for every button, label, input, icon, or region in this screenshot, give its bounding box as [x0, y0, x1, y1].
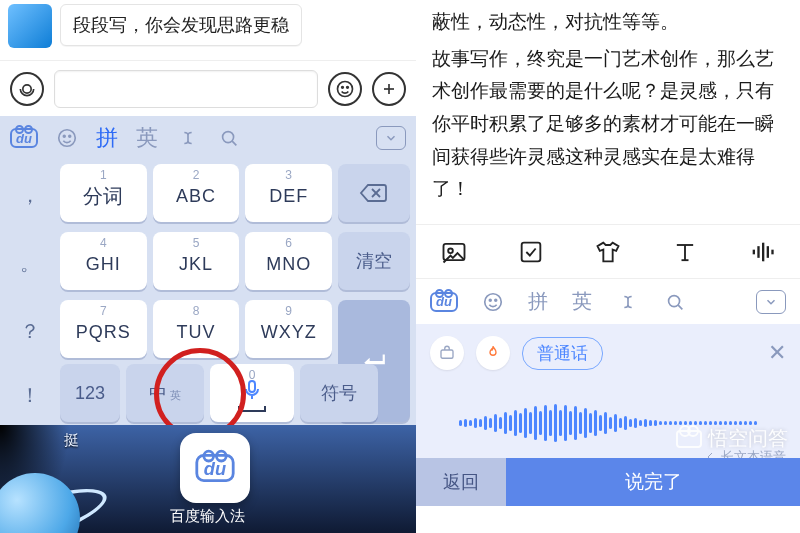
svg-point-6 [59, 130, 76, 147]
check-icon[interactable] [517, 238, 545, 266]
key-7[interactable]: 7PQRS [60, 300, 147, 358]
key-clear[interactable]: 清空 [338, 232, 410, 290]
svg-point-25 [485, 293, 502, 310]
key-5[interactable]: 5JKL [153, 232, 240, 290]
watermark: 悟空问答 [676, 425, 788, 452]
collapse-keyboard-icon[interactable] [756, 290, 786, 314]
smile-icon[interactable] [56, 127, 78, 149]
key-9[interactable]: 9WXYZ [245, 300, 332, 358]
svg-rect-13 [249, 381, 255, 392]
chat-bubble: 段段写，你会发现思路更稳 [60, 4, 302, 46]
voice-back-button[interactable]: 返回 [416, 458, 506, 506]
svg-point-7 [63, 135, 65, 137]
emoji-icon[interactable] [328, 72, 362, 106]
svg-rect-30 [441, 350, 453, 358]
baidu-logo-icon[interactable]: du [10, 128, 38, 148]
briefcase-icon[interactable] [430, 336, 464, 370]
search-icon[interactable] [664, 291, 686, 313]
editor-action-row [416, 224, 800, 278]
keyboard-toolbar: du 拼 英 [0, 116, 416, 160]
key-4[interactable]: 4GHI [60, 232, 147, 290]
cursor-icon[interactable] [176, 127, 200, 149]
key-3[interactable]: 3DEF [245, 164, 332, 222]
symbol-comma[interactable]: ， [6, 164, 54, 226]
voice-input-panel: 普通话 ✕ 长文本语音 返回 说完了 悟空问答 [416, 324, 800, 506]
cursor-icon[interactable] [616, 291, 640, 313]
avatar [8, 4, 52, 48]
svg-point-0 [23, 84, 31, 92]
svg-rect-16 [522, 242, 541, 261]
baidu-ime-keyboard: du 拼 英 [0, 116, 416, 438]
mode-pinyin[interactable]: 拼 [528, 288, 548, 315]
flame-icon[interactable] [476, 336, 510, 370]
shirt-icon[interactable] [594, 238, 622, 266]
mode-english[interactable]: 英 [572, 288, 592, 315]
key-123[interactable]: 123 [60, 364, 120, 422]
text-icon[interactable] [671, 238, 699, 266]
voice-bars-icon[interactable] [748, 238, 776, 266]
collapse-keyboard-icon[interactable] [376, 126, 406, 150]
background-photo: 挺 du 百度输入法 [0, 425, 416, 533]
keyboard-toolbar-right: du 拼 英 [416, 278, 800, 324]
svg-line-29 [678, 305, 682, 309]
svg-point-15 [449, 248, 454, 253]
image-icon[interactable] [440, 238, 468, 266]
mode-english[interactable]: 英 [136, 123, 158, 153]
symbol-question[interactable]: ？ [6, 300, 54, 362]
keyboard-keys: ， 1分词 2ABC 3DEF 。 4GHI 5JKL 6MNO 清空 [0, 160, 416, 438]
article-paragraph: 故事写作，终究是一门艺术创作，那么艺术创作最需要的是什么呢？是灵感，只有你平时积… [432, 43, 784, 206]
key-lang-switch[interactable]: 中英 [126, 364, 204, 422]
left-screenshot: 段段写，你会发现思路更稳 du 拼 [0, 0, 416, 533]
key-1[interactable]: 1分词 [60, 164, 147, 222]
voice-message-icon[interactable] [10, 72, 44, 106]
baidu-logo-icon[interactable]: du [430, 292, 458, 312]
baidu-ime-app-icon: du [180, 433, 250, 503]
symbol-exclaim[interactable]: ！ [6, 364, 54, 426]
mode-pinyin[interactable]: 拼 [96, 123, 118, 153]
language-pill[interactable]: 普通话 [522, 337, 603, 370]
voice-done-button[interactable]: 说完了 [506, 458, 800, 506]
svg-point-28 [669, 295, 680, 306]
svg-point-2 [342, 86, 344, 88]
svg-point-27 [495, 299, 497, 301]
close-icon[interactable]: ✕ [768, 340, 786, 366]
svg-point-9 [223, 132, 234, 143]
wukong-logo-icon [676, 430, 702, 448]
search-icon[interactable] [218, 127, 240, 149]
right-screenshot: 蔽性，动态性，对抗性等等。 故事写作，终究是一门艺术创作，那么艺术创作最需要的是… [416, 0, 800, 533]
app-label: 百度输入法 [170, 507, 245, 526]
key-8[interactable]: 8TUV [153, 300, 240, 358]
message-input[interactable] [54, 70, 318, 108]
message-input-bar [0, 60, 416, 116]
key-backspace[interactable] [338, 164, 410, 222]
svg-point-3 [347, 86, 349, 88]
smile-icon[interactable] [482, 291, 504, 313]
symbol-period[interactable]: 。 [6, 232, 54, 294]
spacebar-icon [238, 406, 266, 412]
svg-point-1 [338, 81, 353, 96]
article-line: 蔽性，动态性，对抗性等等。 [432, 6, 784, 39]
key-6[interactable]: 6MNO [245, 232, 332, 290]
key-symbols[interactable]: 符号 [300, 364, 378, 422]
svg-point-26 [489, 299, 491, 301]
key-mic-space[interactable]: 0 [210, 364, 294, 422]
svg-line-10 [232, 141, 236, 145]
photo-partial-text: 挺 [64, 431, 79, 450]
plus-icon[interactable] [372, 72, 406, 106]
chat-message-row: 段段写，你会发现思路更稳 [0, 0, 416, 60]
article-text: 蔽性，动态性，对抗性等等。 故事写作，终究是一门艺术创作，那么艺术创作最需要的是… [416, 0, 800, 224]
key-2[interactable]: 2ABC [153, 164, 240, 222]
svg-point-8 [69, 135, 71, 137]
